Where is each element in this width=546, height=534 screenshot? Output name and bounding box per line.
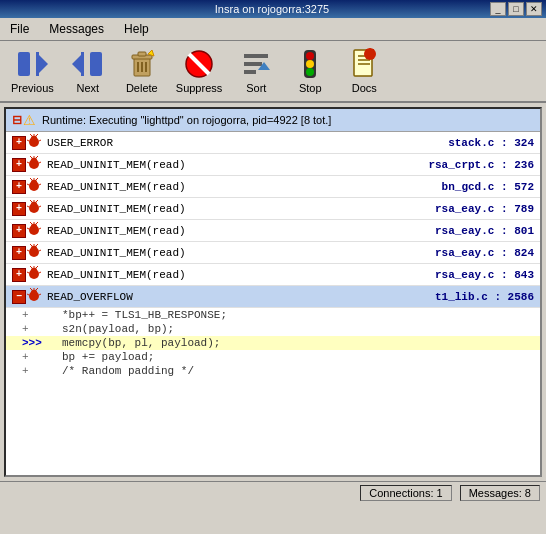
expand-icon[interactable]: + (12, 224, 26, 238)
bug-icon (27, 288, 41, 305)
window-title: Insra on rojogorra:3275 (54, 3, 490, 15)
sort-button[interactable]: Sort (231, 45, 281, 97)
warning-icon: ⚠ (23, 112, 36, 128)
docs-label: Docs (352, 82, 377, 94)
table-row[interactable]: −READ_OVERFLOWt1_lib.c : 2586 (6, 286, 540, 308)
svg-line-37 (39, 140, 41, 141)
stop-icon (294, 48, 326, 80)
error-icon-pair: + (12, 222, 41, 239)
close-button[interactable]: ✕ (526, 2, 542, 16)
docs-icon (348, 48, 380, 80)
list-item: +/* Random padding */ (6, 364, 540, 378)
minus-indicator: ⊟ (12, 113, 22, 127)
table-row[interactable]: +READ_UNINIT_MEM(read)rsa_eay.c : 801 (6, 220, 540, 242)
collapse-icon[interactable]: − (12, 290, 26, 304)
expand-icon[interactable]: + (12, 180, 26, 194)
code-prefix: + (22, 351, 52, 363)
suppress-label: Suppress (176, 82, 222, 94)
expand-icon[interactable]: + (12, 136, 26, 150)
runtime-status-text: Runtime: Executing "lighttpd" on rojogor… (42, 114, 331, 126)
main-content[interactable]: ⊟ ⚠ Runtime: Executing "lighttpd" on roj… (4, 107, 542, 477)
table-row[interactable]: +READ_UNINIT_MEM(read)rsa_eay.c : 843 (6, 264, 540, 286)
svg-line-68 (30, 244, 32, 246)
svg-line-44 (39, 162, 41, 163)
svg-rect-0 (18, 52, 30, 76)
toolbar: Previous Next Delete (0, 41, 546, 103)
svg-line-42 (36, 156, 38, 158)
minimize-button[interactable]: _ (490, 2, 506, 16)
suppress-button[interactable]: Suppress (171, 45, 227, 97)
error-icon-pair: − (12, 288, 41, 305)
svg-line-84 (36, 288, 38, 290)
error-icon-pair: + (12, 200, 41, 217)
svg-line-33 (30, 134, 32, 136)
svg-line-61 (30, 222, 32, 224)
error-name: READ_UNINIT_MEM(read) (47, 247, 429, 259)
svg-line-64 (27, 228, 29, 229)
svg-point-74 (31, 268, 37, 273)
svg-rect-5 (81, 52, 84, 76)
expand-icon[interactable]: + (12, 268, 26, 282)
svg-line-56 (36, 200, 38, 202)
svg-line-70 (36, 244, 38, 246)
maximize-button[interactable]: □ (508, 2, 524, 16)
menu-help[interactable]: Help (118, 20, 155, 38)
error-name: USER_ERROR (47, 137, 442, 149)
stop-label: Stop (299, 82, 322, 94)
code-prefix: >>> (22, 337, 52, 349)
svg-rect-16 (244, 62, 262, 66)
code-text: *bp++ = TLS1_HB_RESPONSE; (62, 309, 227, 321)
menu-file[interactable]: File (4, 20, 35, 38)
docs-button[interactable]: Docs (339, 45, 389, 97)
svg-rect-2 (36, 52, 39, 76)
svg-line-36 (27, 140, 29, 141)
svg-line-58 (39, 206, 41, 207)
svg-point-53 (31, 202, 37, 207)
svg-rect-8 (138, 52, 146, 56)
stop-button[interactable]: Stop (285, 45, 335, 97)
error-icon-pair: + (12, 244, 41, 261)
error-location: rsa_eay.c : 843 (435, 269, 534, 281)
svg-point-32 (31, 136, 37, 141)
sort-icon (240, 48, 272, 80)
bug-icon (27, 134, 41, 151)
title-bar: Insra on rojogorra:3275 _ □ ✕ (0, 0, 546, 18)
error-name: READ_UNINIT_MEM(read) (47, 181, 436, 193)
svg-line-63 (36, 222, 38, 224)
svg-line-49 (36, 178, 38, 180)
code-block: +*bp++ = TLS1_HB_RESPONSE;+s2n(payload, … (6, 308, 540, 378)
svg-line-65 (39, 228, 41, 229)
window-controls: _ □ ✕ (490, 2, 542, 16)
svg-line-40 (30, 156, 32, 158)
status-bar: Connections: 1 Messages: 8 (0, 481, 546, 504)
svg-line-79 (39, 272, 41, 273)
next-button[interactable]: Next (63, 45, 113, 97)
list-item: +s2n(payload, bp); (6, 322, 540, 336)
table-row[interactable]: +USER_ERRORstack.c : 324 (6, 132, 540, 154)
previous-button[interactable]: Previous (6, 45, 59, 97)
messages-badge: Messages: 8 (460, 485, 540, 501)
code-prefix: + (22, 365, 52, 377)
table-row[interactable]: +READ_UNINIT_MEM(read)rsa_crpt.c : 236 (6, 154, 540, 176)
error-name: READ_UNINIT_MEM(read) (47, 269, 429, 281)
menu-messages[interactable]: Messages (43, 20, 110, 38)
svg-point-21 (306, 60, 314, 68)
expand-icon[interactable]: + (12, 202, 26, 216)
table-row[interactable]: +READ_UNINIT_MEM(read)bn_gcd.c : 572 (6, 176, 540, 198)
table-row[interactable]: +READ_UNINIT_MEM(read)rsa_eay.c : 824 (6, 242, 540, 264)
svg-line-71 (27, 250, 29, 251)
error-name: READ_UNINIT_MEM(read) (47, 225, 429, 237)
svg-line-72 (39, 250, 41, 251)
svg-line-82 (30, 288, 32, 290)
svg-rect-17 (244, 70, 256, 74)
delete-button[interactable]: Delete (117, 45, 167, 97)
svg-line-51 (39, 184, 41, 185)
error-name: READ_UNINIT_MEM(read) (47, 203, 429, 215)
list-item: +*bp++ = TLS1_HB_RESPONSE; (6, 308, 540, 322)
expand-icon[interactable]: + (12, 158, 26, 172)
menu-bar: File Messages Help (0, 18, 546, 41)
expand-icon[interactable]: + (12, 246, 26, 260)
table-row[interactable]: +READ_UNINIT_MEM(read)rsa_eay.c : 789 (6, 198, 540, 220)
error-location: stack.c : 324 (448, 137, 534, 149)
error-name: READ_OVERFLOW (47, 291, 429, 303)
